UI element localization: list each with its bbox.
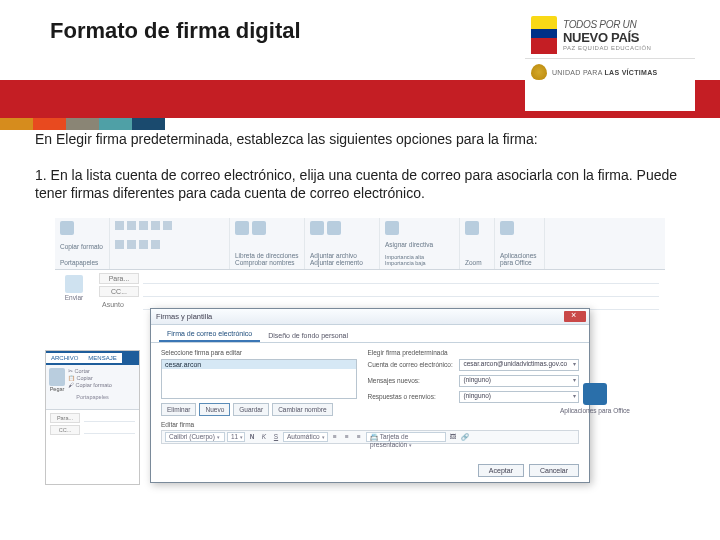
clipboard-label-2: Portapapeles xyxy=(49,394,136,400)
office-apps-label: Aplicaciones para Office xyxy=(500,252,539,266)
clipboard-group-label: Portapapeles xyxy=(60,259,104,266)
logo-line1: TODOS POR UN xyxy=(563,19,651,30)
file-tab[interactable]: ARCHIVO xyxy=(46,353,83,363)
ok-button[interactable]: Aceptar xyxy=(478,464,524,477)
default-signature-label: Elegir firma predeterminada xyxy=(367,349,579,356)
address-book-icon xyxy=(235,221,249,235)
check-names-icon xyxy=(252,221,266,235)
bold-icon xyxy=(115,221,124,230)
slide-header: Formato de firma digital TODOS POR UN NU… xyxy=(0,0,720,100)
colombia-flag-icon xyxy=(531,16,557,54)
assign-policy-label: Asignar directiva xyxy=(385,241,433,248)
copy-label: Copiar xyxy=(77,375,93,381)
policy-icon xyxy=(385,221,399,235)
message-tab[interactable]: MENSAJE xyxy=(83,353,121,363)
indent-icon xyxy=(163,221,172,230)
dialog-title: Firmas y plantilla xyxy=(156,312,212,321)
address-book-label: Libreta de direcciones xyxy=(235,252,299,259)
send-label: Enviar xyxy=(65,294,83,301)
slide-content: En Elegir firma predeterminada, establez… xyxy=(0,100,720,488)
logo-line2: NUEVO PAÍS xyxy=(563,30,651,45)
outlook-ribbon: Copiar formato Portapapeles xyxy=(55,218,665,270)
logo-subtitle: UNIDAD PARA LAS VÍCTIMAS xyxy=(552,69,657,76)
font-select[interactable]: Calibri (Cuerpo) xyxy=(165,432,225,442)
office-apps-icon-2 xyxy=(583,383,607,405)
office-apps-button[interactable]: Aplicaciones para Office xyxy=(560,383,630,414)
align-center-icon[interactable]: ≡ xyxy=(342,433,352,440)
save-button[interactable]: Guardar xyxy=(233,403,269,416)
replies-label: Respuestas o reenvíos: xyxy=(367,393,459,400)
shield-icon xyxy=(531,64,547,80)
align-right-icon[interactable]: ≡ xyxy=(354,433,364,440)
copy-format-label-2: Copiar formato xyxy=(76,382,112,388)
attach-file-icon xyxy=(310,221,324,235)
attach-file-label: Adjuntar archivo xyxy=(310,252,357,259)
close-button[interactable] xyxy=(564,311,586,322)
step-1-text: 1. En la lista cuenta de correo electrón… xyxy=(35,166,685,202)
image-button[interactable]: 🖼 xyxy=(448,433,458,440)
bold-button[interactable]: N xyxy=(247,433,257,440)
signature-item[interactable]: cesar.arcon xyxy=(162,360,356,369)
low-importance-label: Importancia baja xyxy=(385,260,426,266)
new-messages-label: Mensajes nuevos: xyxy=(367,377,459,384)
italic-icon xyxy=(127,221,136,230)
to-button[interactable]: Para... xyxy=(99,273,139,284)
new-button[interactable]: Nuevo xyxy=(199,403,230,416)
check-names-label: Comprobar nombres xyxy=(235,259,295,266)
select-signature-label: Seleccione firma para editar xyxy=(161,349,357,356)
cancel-button[interactable]: Cancelar xyxy=(529,464,579,477)
cut-label: Cortar xyxy=(75,368,90,374)
editor-toolbar: Calibri (Cuerpo) 11 N K S Automático ≡ ≡… xyxy=(161,430,579,444)
second-outlook-window: ARCHIVO MENSAJE Pegar ✂ Cortar 📋 Copiar … xyxy=(45,350,140,485)
intro-text: En Elegir firma predeterminada, establez… xyxy=(35,130,685,148)
logo-line3: PAZ EQUIDAD EDUCACIÓN xyxy=(563,45,651,51)
rename-button[interactable]: Cambiar nombre xyxy=(272,403,332,416)
cc-input[interactable] xyxy=(143,286,659,297)
to-input[interactable] xyxy=(143,273,659,284)
zoom-icon xyxy=(465,221,479,235)
underline-icon xyxy=(139,221,148,230)
link-button[interactable]: 🔗 xyxy=(460,433,470,441)
delete-button[interactable]: Eliminar xyxy=(161,403,196,416)
send-icon xyxy=(65,275,83,293)
tab-personal-stationery[interactable]: Diseño de fondo personal xyxy=(260,329,356,342)
underline-button[interactable]: S xyxy=(271,433,281,440)
attach-item-label: Adjuntar elemento xyxy=(310,259,363,266)
email-account-label: Cuenta de correo electrónico: xyxy=(367,361,459,368)
attach-item-icon xyxy=(327,221,341,235)
color-select[interactable]: Automático xyxy=(283,432,328,442)
cc-button[interactable]: CC... xyxy=(99,286,139,297)
outlook-screenshot: Copiar formato Portapapeles xyxy=(55,218,665,488)
tab-email-signature[interactable]: Firma de correo electrónico xyxy=(159,327,260,342)
to-button-2[interactable]: Para... xyxy=(50,413,80,423)
paste-label: Pegar xyxy=(49,386,65,392)
italic-button[interactable]: K xyxy=(259,433,269,440)
paste-icon-2 xyxy=(49,368,65,386)
subject-label: Asunto xyxy=(99,300,139,309)
paste-icon xyxy=(60,221,74,235)
signature-listbox[interactable]: cesar.arcon xyxy=(161,359,357,399)
email-account-select[interactable]: cesar.arcon@unidadvictimas.gov.co xyxy=(459,359,579,371)
office-apps-icon xyxy=(500,221,514,235)
cc-button-2[interactable]: CC... xyxy=(50,425,80,435)
edit-signature-label: Editar firma xyxy=(161,421,194,428)
signatures-dialog: Firmas y plantilla Firma de correo elect… xyxy=(150,308,590,483)
gov-logo-box: TODOS POR UN NUEVO PAÍS PAZ EQUIDAD EDUC… xyxy=(525,10,695,115)
list-icon xyxy=(151,221,160,230)
business-card-button[interactable]: 📇 Tarjeta de presentación xyxy=(366,432,446,442)
copy-format-label: Copiar formato xyxy=(60,243,103,250)
font-size-select[interactable]: 11 xyxy=(227,432,245,442)
align-left-icon[interactable]: ≡ xyxy=(330,433,340,440)
zoom-label: Zoom xyxy=(465,259,489,266)
